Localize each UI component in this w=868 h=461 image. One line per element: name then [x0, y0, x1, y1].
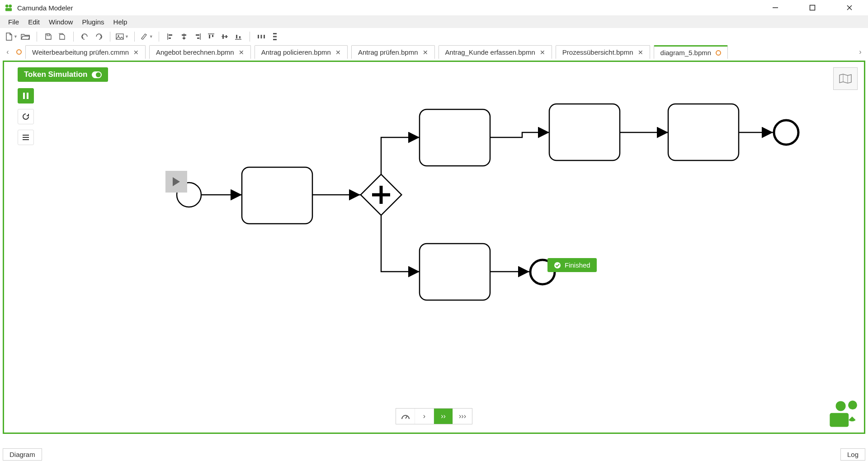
highlight-button[interactable]: ▼ — [140, 31, 153, 42]
task-4[interactable] — [668, 104, 739, 160]
bottombar: Diagram Log — [0, 447, 868, 461]
svg-rect-23 — [222, 34, 224, 39]
svg-rect-27 — [239, 36, 241, 38]
svg-rect-26 — [236, 35, 237, 38]
task-1[interactable] — [242, 167, 312, 224]
diagram-bottom-tab[interactable]: Diagram — [3, 448, 42, 461]
speed-medium[interactable]: ›› — [434, 409, 453, 424]
svg-rect-30 — [264, 35, 265, 38]
distribute-v-button[interactable] — [269, 31, 281, 42]
task-3[interactable] — [549, 104, 620, 160]
close-icon[interactable]: ✕ — [540, 49, 545, 56]
align-left-button[interactable] — [165, 31, 176, 42]
tab-label: Angebot berechnen.bpmn — [156, 48, 234, 56]
finished-label: Finished — [565, 261, 590, 269]
app-title: Camunda Modeler — [17, 4, 765, 12]
menu-edit[interactable]: Edit — [24, 17, 44, 27]
distribute-h-button[interactable] — [255, 31, 267, 42]
menu-file[interactable]: File — [4, 17, 24, 27]
close-icon[interactable]: ✕ — [423, 49, 428, 56]
speed-gauge[interactable] — [396, 409, 415, 424]
svg-point-0 — [5, 5, 9, 8]
tab-scroll-right[interactable]: › — [855, 45, 865, 59]
tab-label: Weiterbearbeitung prüfen.cmmn — [32, 48, 129, 56]
tab-weiterbearbeitung[interactable]: Weiterbearbeitung prüfen.cmmn✕ — [25, 45, 146, 59]
undo-icon — [81, 33, 89, 40]
menubar: File Edit Window Plugins Help — [0, 15, 868, 28]
svg-rect-29 — [260, 35, 262, 38]
svg-rect-7 — [47, 34, 50, 36]
align-top-button[interactable] — [205, 31, 217, 42]
svg-point-51 — [836, 401, 846, 411]
close-icon[interactable]: ✕ — [335, 49, 341, 56]
minimize-button[interactable] — [765, 1, 786, 14]
distribute-v-icon — [271, 33, 278, 41]
double-chevron-icon: ›› — [441, 412, 446, 420]
check-circle-icon — [554, 262, 561, 269]
svg-rect-28 — [258, 35, 259, 38]
chevron-down-icon: ▼ — [14, 34, 18, 39]
svg-rect-33 — [273, 39, 277, 40]
align-center-v-button[interactable] — [219, 31, 231, 42]
task-5[interactable] — [420, 244, 490, 300]
log-bottom-tab[interactable]: Log — [840, 448, 865, 461]
chevron-right-icon: › — [423, 412, 425, 420]
tab-antrag-pruefen[interactable]: Antrag prüfen.bpmn✕ — [351, 45, 435, 59]
tab-scroll-left[interactable]: ‹ — [3, 45, 13, 59]
tab-diagram-5[interactable]: diagram_5.bpmn — [654, 45, 728, 59]
bpmn-diagram — [4, 62, 864, 433]
align-top-icon — [208, 33, 215, 40]
svg-rect-12 — [169, 38, 171, 39]
speed-slow[interactable]: › — [415, 409, 434, 424]
svg-rect-4 — [810, 5, 815, 10]
svg-rect-15 — [183, 38, 185, 39]
menu-help[interactable]: Help — [109, 17, 132, 27]
image-export-button[interactable]: ▼ — [116, 31, 129, 42]
start-simulation-button[interactable] — [165, 171, 187, 193]
align-bottom-button[interactable] — [232, 31, 244, 42]
svg-point-9 — [118, 35, 119, 37]
align-center-v-icon — [221, 33, 228, 40]
tab-label: Antrag_Kunde erfassen.bpmn — [445, 48, 535, 56]
tabbar: ‹ Weiterbearbeitung prüfen.cmmn✕ Angebot… — [0, 45, 868, 59]
undo-button[interactable] — [79, 31, 91, 42]
svg-point-52 — [848, 400, 857, 409]
menu-window[interactable]: Window — [44, 17, 77, 27]
svg-rect-20 — [209, 35, 210, 38]
align-bottom-icon — [235, 33, 242, 40]
play-icon — [172, 177, 181, 187]
redo-icon — [94, 33, 103, 40]
close-icon[interactable]: ✕ — [638, 49, 643, 56]
tab-label: Antrag policieren.bpmn — [261, 48, 331, 56]
tab-antrag-kunde[interactable]: Antrag_Kunde erfassen.bpmn✕ — [439, 45, 552, 59]
svg-rect-53 — [830, 413, 849, 427]
parallel-gateway[interactable] — [361, 174, 402, 216]
close-icon[interactable]: ✕ — [239, 49, 244, 56]
speed-fast[interactable]: ››› — [453, 409, 472, 424]
close-icon[interactable]: ✕ — [133, 49, 139, 56]
close-window-button[interactable] — [839, 1, 860, 14]
new-file-button[interactable]: ▼ — [5, 31, 18, 42]
tab-label: diagram_5.bpmn — [660, 49, 712, 56]
tab-label: Prozessübersicht.bpmn — [562, 48, 633, 56]
tab-antrag-policieren[interactable]: Antrag policieren.bpmn✕ — [255, 45, 348, 59]
open-file-button[interactable] — [19, 31, 31, 42]
svg-rect-11 — [169, 34, 172, 36]
align-right-button[interactable] — [192, 31, 203, 42]
finished-notification: Finished — [547, 258, 597, 272]
tab-angebot-berechnen[interactable]: Angebot berechnen.bpmn✕ — [149, 45, 251, 59]
save-button[interactable] — [42, 31, 54, 42]
app-icon — [5, 4, 13, 12]
align-left-icon — [167, 33, 174, 40]
diagram-canvas[interactable]: Token Simulation — [3, 61, 865, 434]
align-center-h-button[interactable] — [178, 31, 190, 42]
menu-plugins[interactable]: Plugins — [77, 17, 108, 27]
end-event-top[interactable] — [774, 120, 798, 145]
task-2[interactable] — [420, 109, 490, 166]
redo-button[interactable] — [93, 31, 104, 42]
svg-rect-24 — [226, 35, 227, 38]
maximize-button[interactable] — [802, 1, 823, 14]
tab-prozessuebersicht[interactable]: Prozessübersicht.bpmn✕ — [556, 45, 650, 59]
save-all-button[interactable] — [56, 31, 68, 42]
triple-chevron-icon: ››› — [459, 412, 466, 420]
